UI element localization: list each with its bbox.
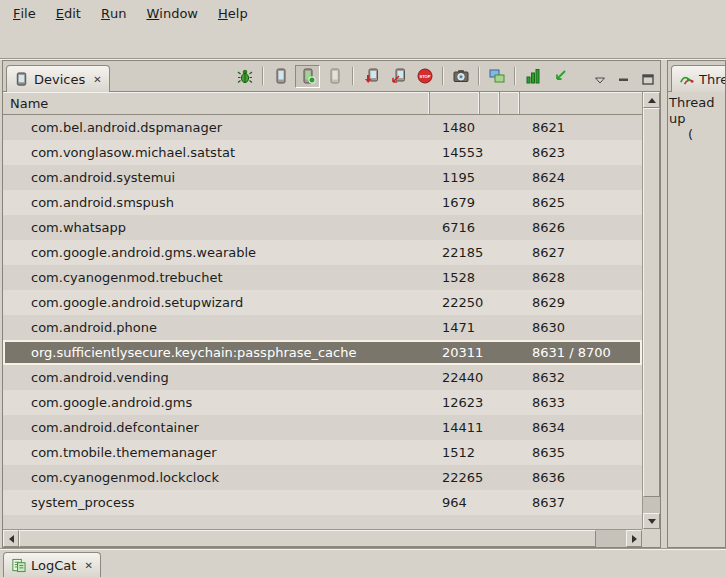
scroll-right-button[interactable]: [626, 530, 642, 547]
logcat-bar: LogCat: [0, 548, 726, 577]
threads-icon: [679, 72, 694, 87]
tab-devices-label: Devices: [34, 72, 85, 87]
maximize-button[interactable]: [637, 68, 659, 91]
process-pid: 22250: [430, 295, 480, 310]
tab-devices[interactable]: Devices: [6, 65, 110, 92]
column-header-blank-2[interactable]: [500, 92, 520, 114]
toolbar-separator: [442, 67, 443, 85]
phone-online-button[interactable]: [295, 65, 320, 88]
tab-threads[interactable]: Threads: [671, 65, 726, 92]
view-menu-button[interactable]: [589, 68, 611, 91]
process-pid: 14411: [430, 420, 480, 435]
horizontal-scrollbar-track[interactable]: [19, 530, 626, 547]
menu-item-run[interactable]: Run: [91, 0, 137, 26]
process-row[interactable]: com.android.defcontainer144118634: [3, 415, 642, 440]
process-name: com.android.systemui: [3, 170, 430, 185]
toolbar-separator: [262, 67, 263, 85]
process-row[interactable]: org.sufficientlysecure.keychain:passphra…: [3, 340, 642, 365]
process-pid: 22185: [430, 245, 480, 260]
vertical-scrollbar-track[interactable]: [643, 108, 660, 513]
threads-tabbar: Threads: [668, 61, 725, 92]
process-pid: 22440: [430, 370, 480, 385]
process-port: 8631 / 8700: [520, 345, 642, 360]
process-port: 8632: [520, 370, 642, 385]
scroll-up-button[interactable]: [643, 92, 660, 108]
process-port: 8625: [520, 195, 642, 210]
phone-online-icon: [300, 68, 316, 84]
devices-tabbar: Devices STOP: [3, 61, 660, 92]
process-table-body: com.bel.android.dspmanager14808621com.vo…: [3, 115, 642, 529]
ddms-window: { "colors": { "chrome_background": "#d6d…: [0, 0, 726, 577]
process-port: 8627: [520, 245, 642, 260]
tab-logcat[interactable]: LogCat: [3, 552, 101, 577]
threads-message-line-1: Thread up: [669, 95, 724, 127]
process-row[interactable]: com.android.vending224408632: [3, 365, 642, 390]
process-row[interactable]: com.android.smspush16798625: [3, 190, 642, 215]
process-pid: 1528: [430, 270, 480, 285]
process-name: com.whatsapp: [3, 220, 430, 235]
debug-attach-button[interactable]: [232, 65, 257, 88]
menu-item-window[interactable]: Window: [136, 0, 208, 26]
close-icon[interactable]: [84, 560, 92, 571]
menu-item-edit[interactable]: Edit: [46, 0, 91, 26]
process-row[interactable]: com.bel.android.dspmanager14808621: [3, 115, 642, 140]
process-row[interactable]: com.google.android.setupwizard222508629: [3, 290, 642, 315]
process-row[interactable]: com.cyanogenmod.trebuchet15288628: [3, 265, 642, 290]
menu-item-file[interactable]: File: [3, 0, 46, 26]
column-header-pid[interactable]: [430, 92, 480, 114]
scroll-down-button[interactable]: [643, 513, 660, 529]
horizontal-scrollbar[interactable]: [3, 529, 642, 547]
process-port: 8623: [520, 145, 642, 160]
process-name: system_process: [3, 495, 430, 510]
devices-panel: Devices STOP Name com.bel.android.dspman…: [2, 60, 661, 548]
phone-offline-icon: [327, 68, 343, 84]
process-port: 8626: [520, 220, 642, 235]
horizontal-scrollbar-thumb[interactable]: [19, 530, 596, 547]
triangle-down-icon: [648, 519, 656, 524]
process-row[interactable]: com.android.phone14718630: [3, 315, 642, 340]
process-port: 8635: [520, 445, 642, 460]
process-row[interactable]: system_process9648637: [3, 490, 642, 515]
dump-hprof-button[interactable]: [385, 65, 410, 88]
devices-toolbar: STOP: [231, 61, 576, 91]
update-heap-button[interactable]: [358, 65, 383, 88]
view-menu-icon: [593, 73, 607, 87]
process-pid: 1512: [430, 445, 480, 460]
process-name: com.google.android.gms.wearable: [3, 245, 430, 260]
process-row[interactable]: com.tmobile.thememanager15128635: [3, 440, 642, 465]
allocation-tracker-button[interactable]: [520, 65, 545, 88]
process-row[interactable]: com.vonglasow.michael.satstat145538623: [3, 140, 642, 165]
process-row[interactable]: com.cyanogenmod.lockclock222658636: [3, 465, 642, 490]
vertical-scrollbar[interactable]: [642, 92, 660, 529]
vertical-scrollbar-thumb[interactable]: [643, 108, 660, 497]
stop-icon: STOP: [417, 68, 433, 84]
stop-button[interactable]: STOP: [412, 65, 437, 88]
method-profiling-button[interactable]: [547, 65, 572, 88]
column-header-blank-1[interactable]: [480, 92, 500, 114]
process-pid: 1679: [430, 195, 480, 210]
screen-capture-button[interactable]: [448, 65, 473, 88]
hierarchy-view-button[interactable]: [484, 65, 509, 88]
column-header-port[interactable]: [520, 92, 642, 114]
triangle-up-icon: [648, 98, 656, 103]
minimize-button[interactable]: [613, 68, 635, 91]
toolbar-separator: [352, 67, 353, 85]
triangle-right-icon: [632, 535, 637, 543]
process-name: com.bel.android.dspmanager: [3, 120, 430, 135]
process-row[interactable]: com.google.android.gms.wearable221858627: [3, 240, 642, 265]
process-row[interactable]: com.android.systemui11958624: [3, 165, 642, 190]
triangle-left-icon: [9, 535, 14, 543]
phone-offline-button[interactable]: [322, 65, 347, 88]
process-name: com.google.android.setupwizard: [3, 295, 430, 310]
scroll-left-button[interactable]: [3, 530, 19, 547]
process-name: com.android.defcontainer: [3, 420, 430, 435]
close-icon[interactable]: [93, 74, 101, 85]
column-header-name[interactable]: Name: [3, 92, 430, 114]
process-row[interactable]: com.google.android.gms126238633: [3, 390, 642, 415]
toolbar-separator: [478, 67, 479, 85]
process-row[interactable]: com.whatsapp67168626: [3, 215, 642, 240]
phone-button[interactable]: [268, 65, 293, 88]
process-port: 8637: [520, 495, 642, 510]
menu-bar: FileEditRunWindowHelp: [0, 0, 726, 26]
menu-item-help[interactable]: Help: [208, 0, 258, 26]
